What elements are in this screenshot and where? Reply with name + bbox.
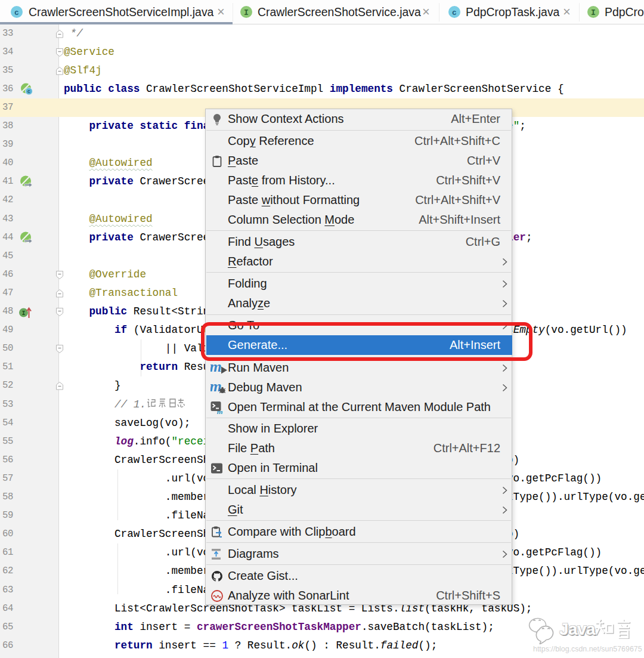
svg-text:c: c xyxy=(14,8,19,17)
svg-text:c: c xyxy=(452,8,457,17)
svg-text:I: I xyxy=(244,8,249,17)
svg-text:c: c xyxy=(27,89,30,95)
svg-text:I: I xyxy=(21,310,25,317)
svg-text:I: I xyxy=(591,8,596,17)
svg-text:m: m xyxy=(216,407,222,414)
svg-text:m: m xyxy=(210,362,222,375)
